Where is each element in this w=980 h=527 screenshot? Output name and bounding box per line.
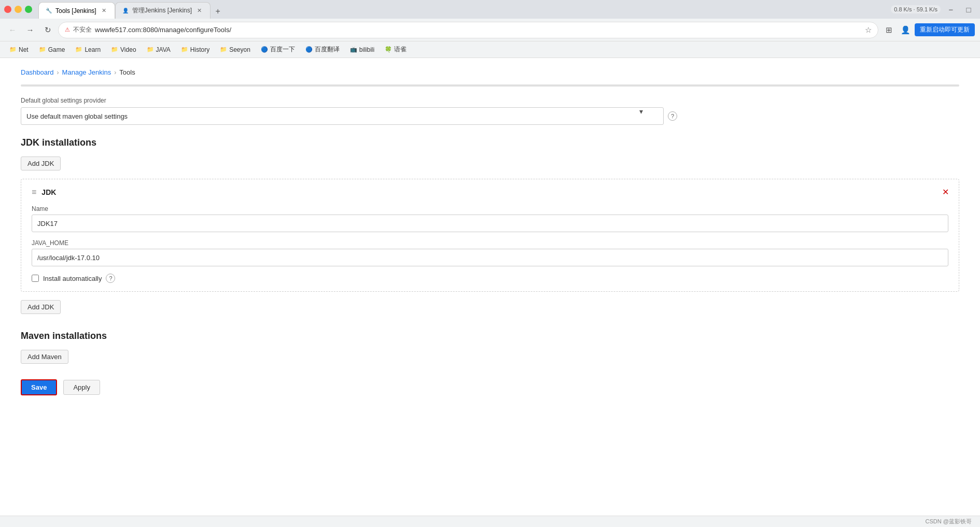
- security-label: 不安全: [73, 25, 92, 34]
- install-auto-row: Install automatically ?: [32, 274, 948, 283]
- scroll-indicator: [21, 84, 959, 87]
- tab2-favicon: 👤: [122, 7, 129, 15]
- bookmark-baidufanyi[interactable]: 🔵 百度翻译: [301, 44, 344, 55]
- folder-icon-net: 📁: [9, 46, 17, 53]
- folder-icon-seeyon: 📁: [220, 46, 227, 53]
- bookmark-game[interactable]: 📁 Game: [35, 45, 69, 55]
- baidufanyi-icon: 🔵: [305, 46, 313, 53]
- yuque-icon: 🍀: [385, 46, 392, 53]
- breadcrumb-tools: Tools: [119, 68, 135, 76]
- bookmark-java[interactable]: 📁 JAVA: [143, 45, 175, 55]
- bookmark-java-label: JAVA: [156, 46, 171, 53]
- breadcrumb-dashboard[interactable]: Dashboard: [21, 68, 54, 76]
- save-button[interactable]: Save: [21, 379, 57, 395]
- install-auto-checkbox[interactable]: [32, 275, 39, 282]
- bookmark-video[interactable]: 📁 Video: [107, 45, 140, 55]
- profile-button[interactable]: 👤: [898, 23, 913, 37]
- new-tab-button[interactable]: +: [211, 4, 225, 19]
- security-icon: ⚠: [65, 26, 70, 33]
- bookmark-history-label: History: [190, 46, 209, 53]
- tab-manage-jenkins[interactable]: 👤 管理Jenkins [Jenkins] ✕: [115, 2, 211, 19]
- bottom-bar: Save Apply: [21, 379, 959, 395]
- bilibili-icon: 📺: [350, 46, 357, 53]
- tab-tools-jenkins[interactable]: 🔧 Tools [Jenkins] ✕: [38, 2, 115, 19]
- help-icon-install-auto[interactable]: ?: [106, 274, 115, 283]
- minimize-btn[interactable]: −: [944, 2, 958, 17]
- watermark-label: CSDN @蓝影铁哥: [926, 518, 972, 525]
- bookmark-net[interactable]: 📁 Net: [5, 45, 33, 55]
- add-jdk-button-top[interactable]: Add JDK: [21, 156, 61, 170]
- default-global-settings-wrapper: Use default maven global settings ▾ ?: [21, 107, 959, 125]
- restore-btn[interactable]: □: [961, 2, 976, 17]
- jdk-name-input[interactable]: [32, 215, 948, 232]
- bookmark-yuque[interactable]: 🍀 语雀: [381, 44, 411, 55]
- tab1-favicon: 🔧: [45, 7, 52, 15]
- jdk-installations-heading: JDK installations: [21, 137, 959, 148]
- jdk-card: ≡ JDK ✕ Name JAVA_HOME Install auto: [21, 179, 959, 292]
- minimize-window-button[interactable]: [15, 6, 22, 13]
- bookmark-star-icon[interactable]: ☆: [865, 25, 872, 35]
- delete-jdk-button[interactable]: ✕: [939, 186, 951, 198]
- baidu-icon: 🔵: [261, 46, 268, 53]
- folder-icon-game: 📁: [39, 46, 46, 53]
- address-input[interactable]: [95, 26, 862, 34]
- tab2-close-button[interactable]: ✕: [195, 6, 204, 15]
- bookmark-baidufanyi-label: 百度翻译: [315, 45, 340, 54]
- browser-frame: 🔧 Tools [Jenkins] ✕ 👤 管理Jenkins [Jenkins…: [0, 0, 980, 527]
- bookmark-seeyon[interactable]: 📁 Seeyon: [216, 45, 255, 55]
- default-global-settings-label: Default global settings provider: [21, 97, 959, 104]
- extensions-button[interactable]: ⊞: [881, 23, 896, 37]
- folder-icon-video: 📁: [111, 46, 118, 53]
- folder-icon-history: 📁: [181, 46, 188, 53]
- apply-button[interactable]: Apply: [63, 380, 100, 395]
- reload-button[interactable]: ↻: [40, 23, 55, 37]
- folder-icon-learn: 📁: [75, 46, 82, 53]
- status-bar: CSDN @蓝影铁哥: [0, 516, 980, 527]
- java-home-label: JAVA_HOME: [32, 239, 948, 247]
- default-global-settings-section: Default global settings provider Use def…: [21, 97, 959, 125]
- drag-handle-icon[interactable]: ≡: [32, 188, 36, 197]
- bookmarks-bar: 📁 Net 📁 Game 📁 Learn 📁 Video 📁 JAVA 📁 Hi…: [0, 41, 980, 58]
- bookmark-learn[interactable]: 📁 Learn: [71, 45, 105, 55]
- page-content: Dashboard › Manage Jenkins › Tools Defau…: [0, 58, 980, 516]
- bookmark-bilibili-label: bilibili: [359, 46, 374, 53]
- jdk-card-header: ≡ JDK: [32, 188, 948, 197]
- bookmark-seeyon-label: Seeyon: [229, 46, 250, 53]
- back-button[interactable]: ←: [5, 23, 20, 37]
- breadcrumb: Dashboard › Manage Jenkins › Tools: [21, 68, 959, 76]
- browser-controls-bar: ← → ↻ ⚠ 不安全 ☆ ⊞ 👤 重新启动即可更新: [0, 19, 980, 41]
- bookmark-learn-label: Learn: [85, 46, 101, 53]
- browser-toolbar-icons: ⊞ 👤 重新启动即可更新: [881, 23, 975, 37]
- help-icon-global-settings[interactable]: ?: [668, 111, 677, 121]
- java-home-input[interactable]: [32, 249, 948, 266]
- bookmark-net-label: Net: [19, 46, 29, 53]
- add-maven-button[interactable]: Add Maven: [21, 350, 68, 364]
- install-auto-label: Install automatically: [43, 275, 102, 282]
- close-window-button[interactable]: [4, 6, 11, 13]
- breadcrumb-sep2: ›: [114, 69, 116, 76]
- window-controls: [4, 6, 32, 13]
- bookmark-baidu[interactable]: 🔵 百度一下: [257, 44, 299, 55]
- bookmark-yuque-label: 语雀: [394, 45, 407, 54]
- maximize-window-button[interactable]: [25, 6, 32, 13]
- maven-installations-section: Maven installations Add Maven: [21, 331, 959, 364]
- bookmark-baidu-label: 百度一下: [270, 45, 295, 54]
- tab2-title: 管理Jenkins [Jenkins]: [132, 6, 192, 15]
- jdk-name-group: Name: [32, 205, 948, 232]
- forward-button[interactable]: →: [23, 23, 37, 37]
- bookmark-bilibili[interactable]: 📺 bilibili: [346, 45, 379, 55]
- speed-indicator: 0.8 K/s · 59.1 K/s: [891, 5, 941, 13]
- bookmark-game-label: Game: [48, 46, 65, 53]
- refresh-top-button[interactable]: 重新启动即可更新: [915, 23, 975, 36]
- maven-installations-heading: Maven installations: [21, 331, 959, 341]
- breadcrumb-manage-jenkins[interactable]: Manage Jenkins: [62, 68, 111, 76]
- folder-icon-java: 📁: [147, 46, 154, 53]
- tab1-title: Tools [Jenkins]: [55, 7, 96, 15]
- address-bar-container: ⚠ 不安全 ☆: [58, 22, 878, 38]
- breadcrumb-sep1: ›: [57, 69, 59, 76]
- add-jdk-button-bottom[interactable]: Add JDK: [21, 300, 61, 314]
- java-home-group: JAVA_HOME: [32, 239, 948, 266]
- default-global-settings-select[interactable]: Use default maven global settings: [21, 107, 664, 125]
- bookmark-history[interactable]: 📁 History: [177, 45, 214, 55]
- tab1-close-button[interactable]: ✕: [100, 6, 108, 15]
